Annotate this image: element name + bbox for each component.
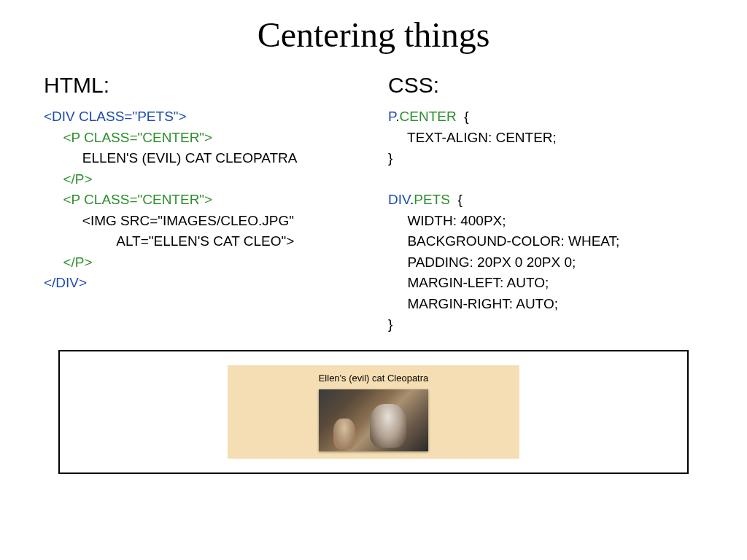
cat-image bbox=[319, 389, 428, 451]
slide: Centering things HTML: <DIV CLASS="PETS"… bbox=[0, 0, 747, 560]
html-column: HTML: <DIV CLASS="PETS"> <P CLASS="CENTE… bbox=[44, 73, 359, 335]
css-code-block: P.CENTER { TEXT-ALIGN: CENTER; } DIV.PET… bbox=[388, 106, 703, 335]
html-code-block: <DIV CLASS="PETS"> <P CLASS="CENTER"> EL… bbox=[44, 106, 359, 294]
css-heading: CSS: bbox=[388, 73, 703, 98]
rendered-output-box: Ellen's (evil) cat Cleopatra bbox=[58, 350, 689, 474]
css-column: CSS: P.CENTER { TEXT-ALIGN: CENTER; } DI… bbox=[388, 73, 703, 335]
two-column-layout: HTML: <DIV CLASS="PETS"> <P CLASS="CENTE… bbox=[44, 73, 703, 335]
slide-title: Centering things bbox=[44, 15, 703, 55]
pets-demo-box: Ellen's (evil) cat Cleopatra bbox=[228, 365, 519, 459]
demo-caption: Ellen's (evil) cat Cleopatra bbox=[228, 373, 519, 384]
html-heading: HTML: bbox=[44, 73, 359, 98]
